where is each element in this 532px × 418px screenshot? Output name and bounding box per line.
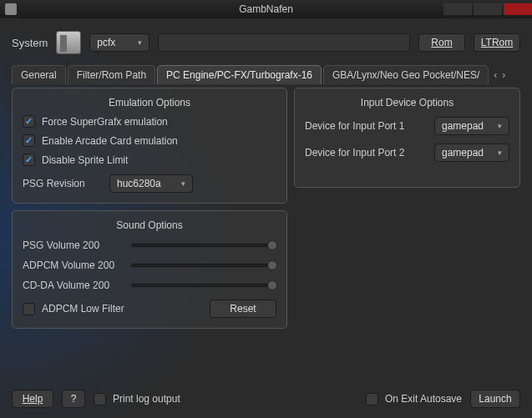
autosave-row[interactable]: ✓ On Exit Autosave [366, 393, 462, 405]
close-button[interactable] [504, 3, 532, 15]
ltrom-button[interactable]: LTRom [474, 33, 520, 52]
input-device-group: Input Device Options Device for Input Po… [294, 88, 520, 188]
adpcm-low-filter-row[interactable]: ✓ ADPCM Low Filter [23, 303, 124, 315]
footer-bar: Help ? ✓ Print log output ✓ On Exit Auto… [12, 390, 520, 408]
force-supergrafx-checkbox[interactable]: ✓ [23, 115, 35, 128]
chevron-down-icon: ▾ [498, 149, 502, 157]
minimize-button[interactable] [443, 3, 472, 15]
titlebar: GambNafen [0, 0, 532, 18]
psg-revision-value: huc6280a [117, 178, 161, 189]
left-column: Emulation Options ✓ Force SuperGrafx emu… [12, 88, 287, 329]
client-area: System pcfx ▾ Rom LTRom General Filter/R… [0, 18, 532, 418]
tab-general[interactable]: General [12, 65, 66, 84]
slider-thumb[interactable] [267, 280, 277, 290]
input-port2-value: gamepad [442, 147, 484, 159]
emulation-options-title: Emulation Options [23, 97, 276, 108]
sound-bottom-row: ✓ ADPCM Low Filter Reset [23, 300, 276, 318]
print-log-label: Print log output [113, 393, 180, 405]
input-port1-value: gamepad [442, 120, 484, 132]
psg-volume-row: PSG Volume 200 [23, 239, 276, 251]
main-panels: Emulation Options ✓ Force SuperGrafx emu… [12, 88, 520, 329]
input-port2-select[interactable]: gamepad ▾ [434, 144, 509, 162]
slider-thumb[interactable] [267, 260, 277, 270]
adpcm-low-filter-checkbox[interactable]: ✓ [23, 303, 35, 315]
chevron-down-icon: ▾ [498, 122, 502, 130]
input-port1-select[interactable]: gamepad ▾ [434, 117, 509, 135]
help-question-button[interactable]: ? [62, 390, 85, 408]
arcade-card-label: Enable Arcade Card emulation [42, 135, 178, 147]
disable-sprite-checkbox[interactable]: ✓ [23, 154, 35, 166]
right-column: Input Device Options Device for Input Po… [294, 88, 520, 329]
disable-sprite-label: Disable Sprite Limit [42, 154, 128, 166]
adpcm-volume-row: ADPCM Volume 200 [23, 259, 276, 271]
reset-button[interactable]: Reset [210, 300, 276, 318]
psg-volume-slider[interactable] [131, 244, 276, 247]
disable-sprite-row[interactable]: ✓ Disable Sprite Limit [23, 154, 276, 166]
print-log-row[interactable]: ✓ Print log output [94, 393, 180, 405]
input-port2-row: Device for Input Port 2 gamepad ▾ [305, 144, 509, 162]
sound-options-title: Sound Options [23, 219, 276, 231]
arcade-card-checkbox[interactable]: ✓ [23, 134, 35, 147]
maximize-button[interactable] [474, 3, 502, 15]
input-device-title: Input Device Options [305, 97, 509, 108]
system-select-value: pcfx [97, 37, 115, 48]
psg-volume-label: PSG Volume 200 [23, 239, 131, 251]
rom-path-input[interactable] [158, 33, 410, 52]
chevron-down-icon: ▾ [138, 38, 142, 47]
cdda-volume-row: CD-DA Volume 200 [23, 280, 276, 291]
rom-button[interactable]: Rom [418, 33, 465, 52]
chevron-down-icon: ▾ [181, 179, 185, 188]
tab-bar: General Filter/Rom Path PC Engine/PC-FX/… [12, 65, 520, 84]
app-window: GambNafen System pcfx ▾ Rom LTRom Genera… [0, 0, 532, 418]
system-toolbar: System pcfx ▾ Rom LTRom [12, 27, 520, 58]
tab-gba-lynx-ngp-nes[interactable]: GBA/Lynx/Neo Geo Pocket/NES/ [323, 65, 489, 84]
app-icon [5, 3, 17, 15]
autosave-label: On Exit Autosave [385, 393, 462, 405]
input-port1-label: Device for Input Port 1 [305, 120, 404, 132]
launch-button[interactable]: Launch [470, 390, 520, 408]
input-port1-row: Device for Input Port 1 gamepad ▾ [305, 117, 509, 135]
help-button[interactable]: Help [12, 390, 53, 408]
input-port2-label: Device for Input Port 2 [305, 147, 404, 159]
tab-pcengine-pcfx-tg16[interactable]: PC Engine/PC-FX/Turbografx-16 [157, 65, 322, 84]
psg-revision-label: PSG Revision [23, 178, 98, 189]
print-log-checkbox[interactable]: ✓ [94, 393, 106, 405]
tab-scroll-controls: ‹ › [494, 69, 505, 81]
sound-options-group: Sound Options PSG Volume 200 ADPCM Volum… [12, 210, 287, 329]
force-supergrafx-row[interactable]: ✓ Force SuperGrafx emulation [23, 115, 276, 128]
psg-revision-row: PSG Revision huc6280a ▾ [23, 174, 276, 193]
system-label: System [12, 37, 48, 49]
cdda-volume-slider[interactable] [131, 284, 276, 287]
system-icon[interactable] [56, 31, 81, 54]
autosave-checkbox[interactable]: ✓ [366, 393, 378, 405]
system-select[interactable]: pcfx ▾ [89, 33, 149, 52]
psg-revision-select[interactable]: huc6280a ▾ [109, 174, 193, 193]
adpcm-volume-label: ADPCM Volume 200 [23, 259, 131, 271]
adpcm-volume-slider[interactable] [131, 264, 276, 267]
tab-scroll-right-icon[interactable]: › [502, 69, 505, 81]
tab-scroll-left-icon[interactable]: ‹ [494, 69, 497, 81]
adpcm-low-filter-label: ADPCM Low Filter [42, 303, 124, 315]
slider-thumb[interactable] [267, 240, 277, 250]
force-supergrafx-label: Force SuperGrafx emulation [42, 116, 168, 128]
emulation-options-group: Emulation Options ✓ Force SuperGrafx emu… [12, 88, 287, 204]
window-controls [442, 3, 532, 15]
window-title: GambNafen [239, 3, 293, 15]
cdda-volume-label: CD-DA Volume 200 [23, 280, 131, 291]
tab-filter-rom-path[interactable]: Filter/Rom Path [68, 65, 155, 84]
arcade-card-row[interactable]: ✓ Enable Arcade Card emulation [23, 134, 276, 147]
